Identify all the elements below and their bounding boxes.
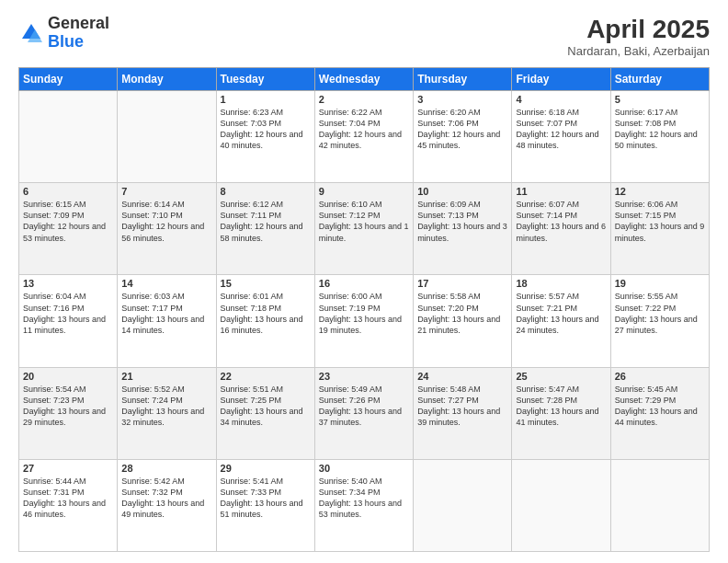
page-title: April 2025 [567, 15, 710, 44]
day-number: 22 [221, 371, 311, 382]
calendar-week-2: 6Sunrise: 6:15 AM Sunset: 7:09 PM Daylig… [19, 183, 710, 275]
day-number: 9 [319, 186, 409, 197]
calendar-cell: 23Sunrise: 5:49 AM Sunset: 7:26 PM Dayli… [314, 367, 413, 459]
day-number: 23 [319, 371, 409, 382]
calendar-cell: 14Sunrise: 6:03 AM Sunset: 7:17 PM Dayli… [118, 275, 216, 367]
day-number: 26 [615, 371, 705, 382]
day-info: Sunrise: 6:07 AM Sunset: 7:14 PM Dayligh… [516, 199, 606, 244]
day-number: 8 [221, 186, 311, 197]
day-info: Sunrise: 5:47 AM Sunset: 7:28 PM Dayligh… [516, 384, 606, 429]
day-info: Sunrise: 6:10 AM Sunset: 7:12 PM Dayligh… [319, 199, 409, 244]
calendar-cell: 17Sunrise: 5:58 AM Sunset: 7:20 PM Dayli… [414, 275, 512, 367]
day-info: Sunrise: 5:55 AM Sunset: 7:22 PM Dayligh… [615, 291, 705, 336]
day-number: 11 [516, 186, 606, 197]
calendar-cell: 16Sunrise: 6:00 AM Sunset: 7:19 PM Dayli… [314, 275, 413, 367]
day-info: Sunrise: 5:57 AM Sunset: 7:21 PM Dayligh… [516, 291, 606, 336]
day-info: Sunrise: 5:52 AM Sunset: 7:24 PM Dayligh… [121, 384, 211, 429]
calendar-cell: 5Sunrise: 6:17 AM Sunset: 7:08 PM Daylig… [610, 91, 709, 183]
day-info: Sunrise: 5:40 AM Sunset: 7:34 PM Dayligh… [319, 476, 409, 521]
calendar-cell: 4Sunrise: 6:18 AM Sunset: 7:07 PM Daylig… [512, 91, 610, 183]
day-info: Sunrise: 5:44 AM Sunset: 7:31 PM Dayligh… [23, 476, 113, 521]
day-number: 13 [23, 278, 113, 289]
calendar-cell: 1Sunrise: 6:23 AM Sunset: 7:03 PM Daylig… [216, 91, 314, 183]
day-info: Sunrise: 5:48 AM Sunset: 7:27 PM Dayligh… [417, 384, 507, 429]
day-number: 12 [615, 186, 705, 197]
calendar-cell: 9Sunrise: 6:10 AM Sunset: 7:12 PM Daylig… [314, 183, 413, 275]
calendar-cell [414, 459, 512, 551]
calendar-cell: 27Sunrise: 5:44 AM Sunset: 7:31 PM Dayli… [19, 459, 118, 551]
calendar-cell: 19Sunrise: 5:55 AM Sunset: 7:22 PM Dayli… [610, 275, 709, 367]
day-info: Sunrise: 6:23 AM Sunset: 7:03 PM Dayligh… [221, 107, 311, 152]
day-info: Sunrise: 6:20 AM Sunset: 7:06 PM Dayligh… [417, 107, 507, 152]
logo: General Blue [18, 15, 109, 52]
day-info: Sunrise: 5:41 AM Sunset: 7:33 PM Dayligh… [221, 476, 311, 521]
calendar-cell: 29Sunrise: 5:41 AM Sunset: 7:33 PM Dayli… [216, 459, 314, 551]
col-header-saturday: Saturday [610, 68, 709, 91]
day-info: Sunrise: 6:01 AM Sunset: 7:18 PM Dayligh… [221, 291, 311, 336]
day-number: 14 [121, 278, 211, 289]
day-info: Sunrise: 5:49 AM Sunset: 7:26 PM Dayligh… [319, 384, 409, 429]
calendar-cell: 20Sunrise: 5:54 AM Sunset: 7:23 PM Dayli… [19, 367, 118, 459]
day-number: 29 [221, 463, 311, 474]
calendar-cell: 13Sunrise: 6:04 AM Sunset: 7:16 PM Dayli… [19, 275, 118, 367]
day-number: 24 [417, 371, 507, 382]
day-info: Sunrise: 6:09 AM Sunset: 7:13 PM Dayligh… [417, 199, 507, 244]
calendar-cell: 15Sunrise: 6:01 AM Sunset: 7:18 PM Dayli… [216, 275, 314, 367]
day-number: 4 [516, 94, 606, 105]
day-number: 6 [23, 186, 113, 197]
day-number: 3 [417, 94, 507, 105]
calendar-cell: 12Sunrise: 6:06 AM Sunset: 7:15 PM Dayli… [610, 183, 709, 275]
logo-text: General Blue [48, 15, 109, 52]
logo-icon [18, 20, 44, 46]
logo-blue-text: Blue [48, 32, 84, 51]
logo-general-text: General [48, 14, 109, 32]
day-info: Sunrise: 5:45 AM Sunset: 7:29 PM Dayligh… [615, 384, 705, 429]
calendar-week-5: 27Sunrise: 5:44 AM Sunset: 7:31 PM Dayli… [19, 459, 710, 551]
day-info: Sunrise: 6:15 AM Sunset: 7:09 PM Dayligh… [23, 199, 113, 244]
calendar-cell: 2Sunrise: 6:22 AM Sunset: 7:04 PM Daylig… [314, 91, 413, 183]
day-info: Sunrise: 5:58 AM Sunset: 7:20 PM Dayligh… [417, 291, 507, 336]
day-info: Sunrise: 6:17 AM Sunset: 7:08 PM Dayligh… [615, 107, 705, 152]
day-info: Sunrise: 6:03 AM Sunset: 7:17 PM Dayligh… [121, 291, 211, 336]
calendar-cell: 11Sunrise: 6:07 AM Sunset: 7:14 PM Dayli… [512, 183, 610, 275]
page: General Blue April 2025 Nardaran, Baki, … [0, 0, 728, 563]
calendar-week-3: 13Sunrise: 6:04 AM Sunset: 7:16 PM Dayli… [19, 275, 710, 367]
calendar-cell: 30Sunrise: 5:40 AM Sunset: 7:34 PM Dayli… [314, 459, 413, 551]
day-info: Sunrise: 5:42 AM Sunset: 7:32 PM Dayligh… [121, 476, 211, 521]
col-header-friday: Friday [512, 68, 610, 91]
day-number: 5 [615, 94, 705, 105]
day-info: Sunrise: 6:04 AM Sunset: 7:16 PM Dayligh… [23, 291, 113, 336]
calendar-cell: 21Sunrise: 5:52 AM Sunset: 7:24 PM Dayli… [118, 367, 216, 459]
header: General Blue April 2025 Nardaran, Baki, … [18, 15, 710, 58]
calendar-cell [512, 459, 610, 551]
calendar-cell: 24Sunrise: 5:48 AM Sunset: 7:27 PM Dayli… [414, 367, 512, 459]
day-info: Sunrise: 6:00 AM Sunset: 7:19 PM Dayligh… [319, 291, 409, 336]
col-header-wednesday: Wednesday [314, 68, 413, 91]
calendar-header-row: SundayMondayTuesdayWednesdayThursdayFrid… [19, 68, 710, 91]
calendar-cell: 25Sunrise: 5:47 AM Sunset: 7:28 PM Dayli… [512, 367, 610, 459]
title-block: April 2025 Nardaran, Baki, Azerbaijan [567, 15, 710, 58]
day-number: 17 [417, 278, 507, 289]
calendar: SundayMondayTuesdayWednesdayThursdayFrid… [18, 67, 710, 552]
day-info: Sunrise: 5:51 AM Sunset: 7:25 PM Dayligh… [221, 384, 311, 429]
calendar-week-4: 20Sunrise: 5:54 AM Sunset: 7:23 PM Dayli… [19, 367, 710, 459]
calendar-cell: 8Sunrise: 6:12 AM Sunset: 7:11 PM Daylig… [216, 183, 314, 275]
day-info: Sunrise: 6:06 AM Sunset: 7:15 PM Dayligh… [615, 199, 705, 244]
day-info: Sunrise: 6:14 AM Sunset: 7:10 PM Dayligh… [121, 199, 211, 244]
day-info: Sunrise: 6:18 AM Sunset: 7:07 PM Dayligh… [516, 107, 606, 152]
calendar-cell: 3Sunrise: 6:20 AM Sunset: 7:06 PM Daylig… [414, 91, 512, 183]
day-number: 27 [23, 463, 113, 474]
day-number: 30 [319, 463, 409, 474]
col-header-thursday: Thursday [414, 68, 512, 91]
day-number: 20 [23, 371, 113, 382]
day-number: 19 [615, 278, 705, 289]
day-number: 10 [417, 186, 507, 197]
calendar-cell [610, 459, 709, 551]
calendar-cell [118, 91, 216, 183]
day-number: 16 [319, 278, 409, 289]
day-number: 7 [121, 186, 211, 197]
calendar-cell: 22Sunrise: 5:51 AM Sunset: 7:25 PM Dayli… [216, 367, 314, 459]
day-number: 1 [221, 94, 311, 105]
calendar-week-1: 1Sunrise: 6:23 AM Sunset: 7:03 PM Daylig… [19, 91, 710, 183]
day-number: 21 [121, 371, 211, 382]
